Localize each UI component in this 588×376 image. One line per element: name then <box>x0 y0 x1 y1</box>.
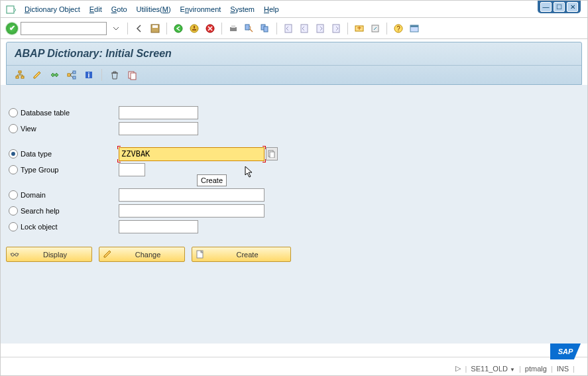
status-open-icon[interactable]: ▷ <box>455 364 461 373</box>
input-lock-object[interactable] <box>119 220 198 233</box>
create-button[interactable]: Create <box>192 247 291 262</box>
svg-rect-24 <box>21 76 24 78</box>
new-session-icon[interactable] <box>353 22 366 35</box>
hierarchy-icon[interactable] <box>13 68 27 82</box>
input-domain[interactable] <box>119 188 265 202</box>
glasses-icon <box>10 249 19 260</box>
radio-database-table[interactable] <box>9 108 18 117</box>
status-insert-mode: INS <box>557 365 569 373</box>
close-button[interactable]: ✕ <box>567 2 578 12</box>
layout-icon[interactable] <box>408 22 421 35</box>
radio-data-type[interactable] <box>9 149 18 158</box>
menu-help[interactable]: Help <box>264 5 279 13</box>
input-database-table[interactable] <box>119 106 198 119</box>
svg-point-3 <box>174 25 182 32</box>
next-page-icon[interactable] <box>314 22 327 35</box>
label-view: View <box>21 125 36 133</box>
status-tcode: SE11_OLD ▼ <box>471 365 515 373</box>
activate-icon[interactable] <box>48 68 61 82</box>
maximize-button[interactable]: ☐ <box>554 2 565 12</box>
status-user: ptmalg <box>525 365 547 373</box>
enter-button[interactable] <box>6 23 18 34</box>
exit-icon[interactable] <box>188 22 201 35</box>
where-used-icon[interactable] <box>65 68 78 82</box>
svg-rect-26 <box>73 71 76 74</box>
svg-rect-2 <box>152 25 158 28</box>
pencil-small-icon[interactable] <box>30 68 44 82</box>
session-menu-icon[interactable] <box>6 5 15 14</box>
input-type-group[interactable] <box>119 163 145 176</box>
display-label: Display <box>22 251 88 259</box>
change-button[interactable]: Change <box>99 247 185 262</box>
svg-rect-22 <box>19 71 21 73</box>
command-dropdown[interactable] <box>109 22 123 35</box>
input-view[interactable] <box>119 122 198 135</box>
cancel-icon[interactable] <box>204 22 217 35</box>
info-icon[interactable]: i <box>82 68 95 82</box>
menu-goto[interactable]: Goto <box>111 5 127 13</box>
save-button[interactable] <box>148 22 162 35</box>
menu-system[interactable]: System <box>230 5 255 13</box>
input-data-type[interactable] <box>119 147 265 161</box>
page-title: ABAP Dictionary: Initial Screen <box>7 42 581 65</box>
svg-point-34 <box>11 253 14 255</box>
svg-rect-23 <box>16 76 19 78</box>
menu-edit[interactable]: Edit <box>89 5 102 13</box>
label-search-help: Search help <box>21 207 60 215</box>
radio-search-help[interactable] <box>9 206 18 216</box>
last-page-icon[interactable] <box>329 22 343 35</box>
menu-dictionary-object[interactable]: Dictionary Object <box>25 5 80 13</box>
new-icon <box>196 249 205 260</box>
copy-icon[interactable] <box>125 68 139 82</box>
create-label: Create <box>207 251 287 259</box>
application-header: ABAP Dictionary: Initial Screen i <box>6 42 582 85</box>
tooltip-create: Create <box>197 174 227 186</box>
svg-text:?: ? <box>396 25 400 32</box>
menu-environment[interactable]: Environment <box>180 5 221 13</box>
svg-rect-9 <box>245 25 249 30</box>
svg-rect-31 <box>131 73 136 80</box>
label-lock-object: Lock object <box>21 223 58 231</box>
back-button[interactable] <box>133 22 146 35</box>
svg-rect-13 <box>301 25 308 32</box>
svg-rect-27 <box>73 76 76 79</box>
svg-rect-33 <box>270 152 274 158</box>
label-type-group: Type Group <box>21 166 58 174</box>
svg-rect-0 <box>7 6 14 13</box>
prev-page-icon[interactable] <box>298 22 311 35</box>
first-page-icon[interactable] <box>282 22 295 35</box>
help-icon[interactable]: ? <box>392 22 405 35</box>
input-search-help[interactable] <box>119 204 265 218</box>
svg-rect-11 <box>264 27 268 32</box>
menu-bar: Dictionary Object Edit Goto Utilities(M)… <box>1 1 587 18</box>
f4-help-button[interactable] <box>266 147 278 160</box>
content-area: Database table View Data type <box>1 85 587 344</box>
radio-lock-object[interactable] <box>9 222 18 231</box>
label-data-type: Data type <box>21 150 52 158</box>
print-icon[interactable] <box>227 22 240 35</box>
radio-view[interactable] <box>9 124 18 133</box>
status-bar: ▷ | SE11_OLD ▼ | ptmalg | INS | <box>455 364 581 373</box>
svg-rect-14 <box>317 25 323 32</box>
label-domain: Domain <box>21 191 46 199</box>
find-next-icon[interactable] <box>259 22 272 35</box>
label-database-table: Database table <box>21 109 70 117</box>
radio-type-group[interactable] <box>9 165 18 174</box>
minimize-button[interactable]: — <box>540 2 552 12</box>
svg-rect-7 <box>231 25 235 28</box>
shortcut-icon[interactable] <box>369 22 382 35</box>
command-field[interactable] <box>21 22 107 35</box>
svg-point-35 <box>15 253 18 255</box>
application-toolbar: i <box>7 65 581 84</box>
change-label: Change <box>115 251 181 259</box>
delete-icon[interactable] <box>108 68 121 82</box>
standard-toolbar: ? <box>1 18 587 39</box>
radio-domain[interactable] <box>9 190 18 200</box>
menu-utilities[interactable]: Utilities(M) <box>137 5 171 13</box>
display-button[interactable]: Display <box>6 247 92 262</box>
find-icon[interactable] <box>243 22 256 35</box>
svg-text:i: i <box>88 72 90 79</box>
back-icon[interactable] <box>172 22 185 35</box>
pencil-icon <box>103 249 112 260</box>
window-controls: — ☐ ✕ <box>538 1 581 13</box>
